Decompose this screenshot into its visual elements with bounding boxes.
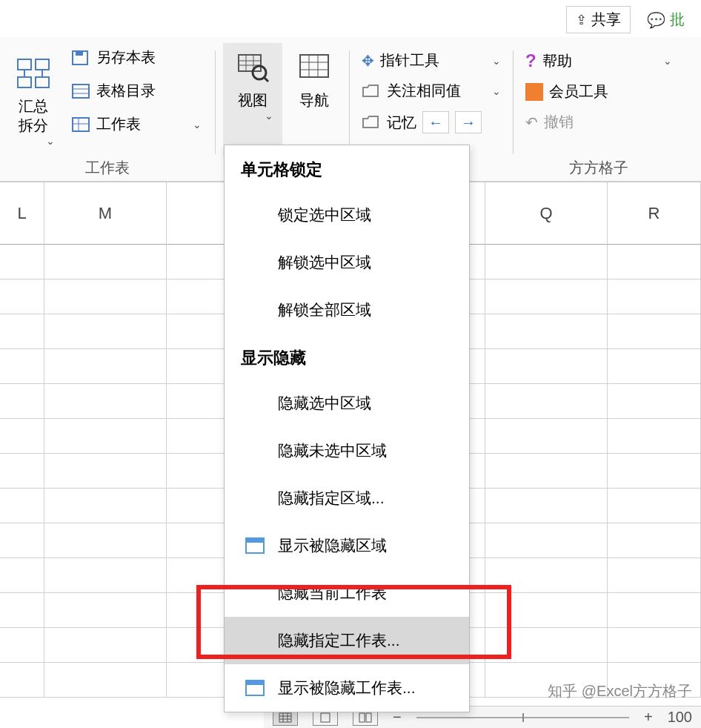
svg-rect-8 [73, 85, 89, 98]
member-tools-button[interactable]: 会员工具 [521, 79, 677, 105]
pointer-icon: ✥ [362, 52, 374, 70]
memory-row: 记忆 ← → [357, 108, 505, 136]
save-as-icon [71, 48, 90, 67]
worksheet-button[interactable]: 工作表 ⌄ [65, 110, 207, 139]
table-dir-icon [71, 82, 90, 101]
undo-icon: ↶ [525, 113, 538, 131]
group-label-worksheet: 工作表 [0, 158, 215, 178]
show-area-icon [245, 537, 265, 554]
menu-hide-selected[interactable]: 隐藏选中区域 [225, 380, 469, 427]
chevron-down-icon: ⌄ [492, 55, 501, 67]
summary-split-button[interactable]: 汇总拆分 ⌄ [7, 43, 59, 158]
worksheet-label: 工作表 [96, 114, 141, 134]
svg-rect-33 [366, 713, 371, 722]
menu-hide-specified[interactable]: 隐藏指定区域... [225, 474, 469, 522]
chevron-down-icon: ⌄ [193, 119, 202, 130]
memory-icon [362, 113, 381, 132]
comment-button[interactable]: 💬 批 [638, 6, 694, 33]
svg-rect-2 [18, 77, 31, 87]
share-icon: ⇪ [576, 12, 587, 28]
arrow-right-button[interactable]: → [455, 111, 482, 133]
svg-rect-26 [279, 713, 291, 722]
chevron-down-icon: ⌄ [663, 55, 672, 67]
save-as-label: 另存本表 [96, 47, 156, 67]
zoom-value[interactable]: 100 [668, 709, 692, 726]
memory-label: 记忆 [387, 113, 416, 133]
view-label: 视图 [238, 90, 268, 110]
ribbon-group-worksheet: 汇总拆分 ⌄ 另存本表 表格目录 [0, 37, 215, 181]
svg-rect-11 [73, 118, 89, 131]
help-icon: ? [525, 50, 536, 71]
save-as-button[interactable]: 另存本表 [65, 43, 207, 72]
show-sheet-icon [245, 680, 265, 696]
same-value-button[interactable]: 关注相同值 ⌄ [357, 78, 505, 104]
svg-rect-32 [359, 713, 365, 722]
nav-button[interactable]: 导航 [287, 43, 342, 158]
menu-hide-unselected[interactable]: 隐藏未选中区域 [225, 427, 469, 474]
col-header-Q[interactable]: Q [485, 182, 608, 245]
pointer-tool-button[interactable]: ✥ 指针工具 ⌄ [357, 47, 505, 73]
svg-rect-1 [36, 59, 49, 70]
col-header-R[interactable]: R [608, 182, 701, 245]
ribbon-group-fangfang: ? 帮助 ⌄ 会员工具 ↶ 撤销 方方格子 [514, 37, 684, 181]
comment-label: 批 [670, 10, 685, 30]
menu-show-hidden[interactable]: 显示被隐藏区域 [225, 522, 469, 569]
arrow-left-button[interactable]: ← [422, 111, 449, 133]
table-dir-button[interactable]: 表格目录 [65, 76, 207, 105]
watermark: 知乎 @Excel方方格子 [548, 681, 692, 701]
menu-lock-selected[interactable]: 锁定选中区域 [225, 191, 469, 239]
chevron-down-icon: ⌄ [46, 135, 55, 147]
help-button[interactable]: ? 帮助 ⌄ [521, 47, 677, 74]
menu-hide-specified-sheet[interactable]: 隐藏指定工作表... [225, 617, 469, 664]
comment-icon: 💬 [647, 11, 665, 29]
svg-rect-7 [76, 51, 83, 56]
svg-rect-0 [18, 59, 31, 70]
col-header-M[interactable]: M [44, 182, 167, 245]
nav-icon [296, 49, 333, 86]
view-dropdown-menu: 单元格锁定 锁定选中区域 解锁选中区域 解锁全部区域 显示隐藏 隐藏选中区域 隐… [224, 145, 470, 712]
nav-label: 导航 [299, 90, 329, 110]
share-label: 共享 [591, 10, 621, 30]
chevron-down-icon: ⌄ [492, 85, 501, 97]
zoom-plus-button[interactable]: + [644, 709, 653, 726]
member-label: 会员工具 [549, 82, 608, 102]
pointer-label: 指针工具 [380, 50, 439, 70]
member-icon [525, 83, 543, 101]
view-button[interactable]: 视图 ⌄ [223, 43, 282, 158]
view-icon [234, 49, 271, 86]
col-header-L[interactable]: L [0, 182, 44, 245]
folder-icon [362, 82, 381, 101]
table-dir-label: 表格目录 [96, 81, 156, 101]
worksheet-icon [71, 115, 90, 134]
menu-unlock-selected[interactable]: 解锁选中区域 [225, 239, 469, 286]
menu-show-hidden-sheet[interactable]: 显示被隐藏工作表... [225, 664, 469, 712]
zoom-slider[interactable] [416, 717, 629, 718]
menu-section-lock: 单元格锁定 [225, 145, 469, 191]
svg-rect-14 [239, 55, 261, 71]
undo-label: 撤销 [544, 112, 574, 132]
chevron-down-icon: ⌄ [265, 110, 273, 122]
menu-hide-current-sheet[interactable]: 隐藏当前工作表 [225, 569, 469, 617]
menu-section-showhide: 显示隐藏 [225, 334, 469, 380]
same-value-label: 关注相同值 [387, 81, 461, 101]
svg-rect-31 [321, 713, 330, 722]
summary-split-label: 汇总拆分 [12, 96, 55, 135]
undo-button[interactable]: ↶ 撤销 [521, 109, 677, 135]
svg-rect-21 [300, 55, 328, 77]
summary-split-icon [15, 55, 52, 92]
svg-rect-3 [36, 77, 49, 87]
help-label: 帮助 [542, 51, 572, 71]
svg-line-20 [264, 77, 268, 82]
group-label-fangfang: 方方格子 [514, 158, 684, 178]
share-button[interactable]: ⇪ 共享 [566, 6, 631, 33]
menu-unlock-all[interactable]: 解锁全部区域 [225, 286, 469, 334]
top-buttons-area: ⇪ 共享 💬 批 [559, 0, 701, 39]
